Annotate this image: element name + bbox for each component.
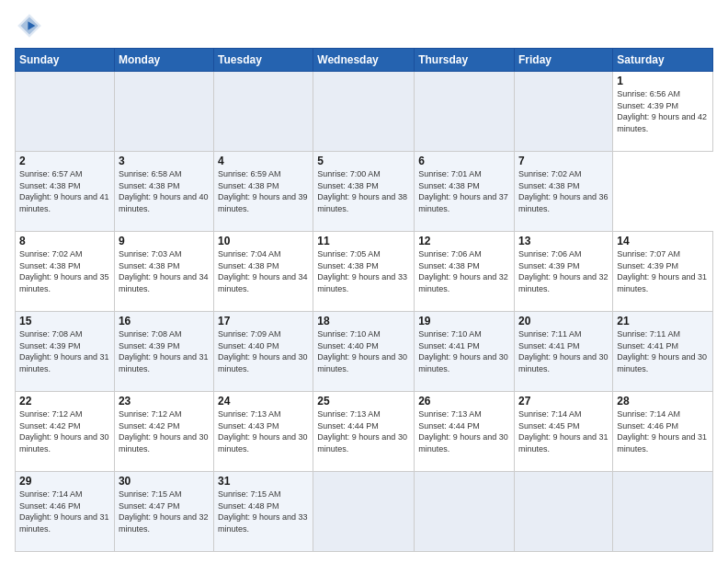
week-row-3: 8Sunrise: 7:02 AMSunset: 4:38 PMDaylight… <box>16 232 713 312</box>
day-number: 20 <box>518 315 609 327</box>
calendar-body: 1Sunrise: 6:56 AMSunset: 4:39 PMDaylight… <box>16 72 713 552</box>
calendar-cell <box>415 472 515 552</box>
day-detail: Sunrise: 6:59 AMSunset: 4:38 PMDaylight:… <box>218 168 309 214</box>
calendar-cell: 28Sunrise: 7:14 AMSunset: 4:46 PMDayligh… <box>613 392 713 472</box>
week-row-1: 1Sunrise: 6:56 AMSunset: 4:39 PMDaylight… <box>16 72 713 152</box>
calendar-cell: 24Sunrise: 7:13 AMSunset: 4:43 PMDayligh… <box>214 392 313 472</box>
calendar-header-row: SundayMondayTuesdayWednesdayThursdayFrid… <box>16 49 713 72</box>
week-row-5: 22Sunrise: 7:12 AMSunset: 4:42 PMDayligh… <box>16 392 713 472</box>
column-header-thursday: Thursday <box>415 49 515 72</box>
day-number: 13 <box>518 235 609 247</box>
calendar-cell: 31Sunrise: 7:15 AMSunset: 4:48 PMDayligh… <box>214 472 313 552</box>
calendar-cell: 21Sunrise: 7:11 AMSunset: 4:41 PMDayligh… <box>613 312 713 392</box>
calendar-cell: 30Sunrise: 7:15 AMSunset: 4:47 PMDayligh… <box>114 472 213 552</box>
calendar-cell <box>515 472 613 552</box>
day-number: 24 <box>218 395 309 408</box>
day-number: 1 <box>617 75 709 87</box>
day-detail: Sunrise: 7:09 AMSunset: 4:40 PMDaylight:… <box>218 328 309 374</box>
logo <box>15 11 48 40</box>
day-detail: Sunrise: 7:02 AMSunset: 4:38 PMDaylight:… <box>518 168 609 214</box>
day-number: 27 <box>518 395 609 408</box>
day-detail: Sunrise: 7:02 AMSunset: 4:38 PMDaylight:… <box>19 248 110 294</box>
day-number: 18 <box>317 315 410 327</box>
calendar-cell: 25Sunrise: 7:13 AMSunset: 4:44 PMDayligh… <box>313 392 415 472</box>
calendar-cell <box>613 472 713 552</box>
day-detail: Sunrise: 7:13 AMSunset: 4:44 PMDaylight:… <box>317 408 410 454</box>
day-number: 22 <box>19 395 110 408</box>
day-detail: Sunrise: 7:11 AMSunset: 4:41 PMDaylight:… <box>518 328 609 374</box>
calendar-cell: 16Sunrise: 7:08 AMSunset: 4:39 PMDayligh… <box>114 312 213 392</box>
week-row-6: 29Sunrise: 7:14 AMSunset: 4:46 PMDayligh… <box>16 472 713 552</box>
calendar-cell <box>515 72 613 152</box>
day-detail: Sunrise: 6:58 AMSunset: 4:38 PMDaylight:… <box>119 168 210 214</box>
calendar-cell: 19Sunrise: 7:10 AMSunset: 4:41 PMDayligh… <box>415 312 515 392</box>
calendar-cell: 4Sunrise: 6:59 AMSunset: 4:38 PMDaylight… <box>214 152 313 232</box>
header <box>15 11 713 40</box>
calendar-table: SundayMondayTuesdayWednesdayThursdayFrid… <box>15 48 713 552</box>
day-detail: Sunrise: 7:15 AMSunset: 4:47 PMDaylight:… <box>119 488 210 534</box>
day-detail: Sunrise: 7:14 AMSunset: 4:46 PMDaylight:… <box>19 488 110 534</box>
calendar-cell <box>214 72 313 152</box>
day-number: 4 <box>218 155 309 167</box>
day-number: 17 <box>218 315 309 327</box>
day-detail: Sunrise: 7:07 AMSunset: 4:39 PMDaylight:… <box>617 248 709 294</box>
day-detail: Sunrise: 7:05 AMSunset: 4:38 PMDaylight:… <box>317 248 410 294</box>
calendar-cell: 23Sunrise: 7:12 AMSunset: 4:42 PMDayligh… <box>114 392 213 472</box>
column-header-wednesday: Wednesday <box>313 49 415 72</box>
calendar-cell: 10Sunrise: 7:04 AMSunset: 4:38 PMDayligh… <box>214 232 313 312</box>
day-detail: Sunrise: 7:00 AMSunset: 4:38 PMDaylight:… <box>317 168 410 214</box>
column-header-sunday: Sunday <box>16 49 115 72</box>
day-detail: Sunrise: 7:13 AMSunset: 4:43 PMDaylight:… <box>218 408 309 454</box>
day-detail: Sunrise: 7:13 AMSunset: 4:44 PMDaylight:… <box>418 408 510 454</box>
day-number: 7 <box>518 155 609 167</box>
calendar-cell: 17Sunrise: 7:09 AMSunset: 4:40 PMDayligh… <box>214 312 313 392</box>
day-detail: Sunrise: 7:04 AMSunset: 4:38 PMDaylight:… <box>218 248 309 294</box>
day-number: 2 <box>19 155 110 167</box>
day-number: 19 <box>418 315 510 327</box>
page: SundayMondayTuesdayWednesdayThursdayFrid… <box>0 0 728 563</box>
day-number: 12 <box>418 235 510 247</box>
day-detail: Sunrise: 6:57 AMSunset: 4:38 PMDaylight:… <box>19 168 110 214</box>
calendar-cell: 29Sunrise: 7:14 AMSunset: 4:46 PMDayligh… <box>16 472 115 552</box>
day-detail: Sunrise: 7:06 AMSunset: 4:38 PMDaylight:… <box>418 248 510 294</box>
calendar-cell: 3Sunrise: 6:58 AMSunset: 4:38 PMDaylight… <box>114 152 213 232</box>
calendar-cell: 1Sunrise: 6:56 AMSunset: 4:39 PMDaylight… <box>613 72 713 152</box>
day-number: 5 <box>317 155 410 167</box>
day-detail: Sunrise: 7:14 AMSunset: 4:45 PMDaylight:… <box>518 408 609 454</box>
day-detail: Sunrise: 7:12 AMSunset: 4:42 PMDaylight:… <box>119 408 210 454</box>
calendar-cell: 11Sunrise: 7:05 AMSunset: 4:38 PMDayligh… <box>313 232 415 312</box>
calendar-cell: 7Sunrise: 7:02 AMSunset: 4:38 PMDaylight… <box>515 152 613 232</box>
calendar-cell: 27Sunrise: 7:14 AMSunset: 4:45 PMDayligh… <box>515 392 613 472</box>
day-number: 31 <box>218 475 309 488</box>
calendar-cell: 22Sunrise: 7:12 AMSunset: 4:42 PMDayligh… <box>16 392 115 472</box>
day-number: 15 <box>19 315 110 327</box>
column-header-tuesday: Tuesday <box>214 49 313 72</box>
calendar-cell <box>313 72 415 152</box>
day-detail: Sunrise: 7:08 AMSunset: 4:39 PMDaylight:… <box>19 328 110 374</box>
calendar-cell: 5Sunrise: 7:00 AMSunset: 4:38 PMDaylight… <box>313 152 415 232</box>
day-detail: Sunrise: 7:08 AMSunset: 4:39 PMDaylight:… <box>119 328 210 374</box>
day-number: 3 <box>119 155 210 167</box>
day-detail: Sunrise: 7:14 AMSunset: 4:46 PMDaylight:… <box>617 408 709 454</box>
calendar-cell: 15Sunrise: 7:08 AMSunset: 4:39 PMDayligh… <box>16 312 115 392</box>
calendar-cell: 14Sunrise: 7:07 AMSunset: 4:39 PMDayligh… <box>613 232 713 312</box>
calendar-cell <box>313 472 415 552</box>
day-number: 6 <box>418 155 510 167</box>
day-number: 9 <box>119 235 210 247</box>
logo-icon <box>15 11 44 40</box>
day-detail: Sunrise: 7:12 AMSunset: 4:42 PMDaylight:… <box>19 408 110 454</box>
day-number: 10 <box>218 235 309 247</box>
day-number: 26 <box>418 395 510 408</box>
day-number: 29 <box>19 475 110 488</box>
day-detail: Sunrise: 7:10 AMSunset: 4:41 PMDaylight:… <box>418 328 510 374</box>
calendar-cell: 6Sunrise: 7:01 AMSunset: 4:38 PMDaylight… <box>415 152 515 232</box>
day-number: 30 <box>119 475 210 488</box>
calendar-cell: 8Sunrise: 7:02 AMSunset: 4:38 PMDaylight… <box>16 232 115 312</box>
calendar-cell: 12Sunrise: 7:06 AMSunset: 4:38 PMDayligh… <box>415 232 515 312</box>
day-number: 14 <box>617 235 709 247</box>
calendar-cell: 13Sunrise: 7:06 AMSunset: 4:39 PMDayligh… <box>515 232 613 312</box>
day-number: 16 <box>119 315 210 327</box>
calendar-cell: 26Sunrise: 7:13 AMSunset: 4:44 PMDayligh… <box>415 392 515 472</box>
column-header-friday: Friday <box>515 49 613 72</box>
week-row-4: 15Sunrise: 7:08 AMSunset: 4:39 PMDayligh… <box>16 312 713 392</box>
